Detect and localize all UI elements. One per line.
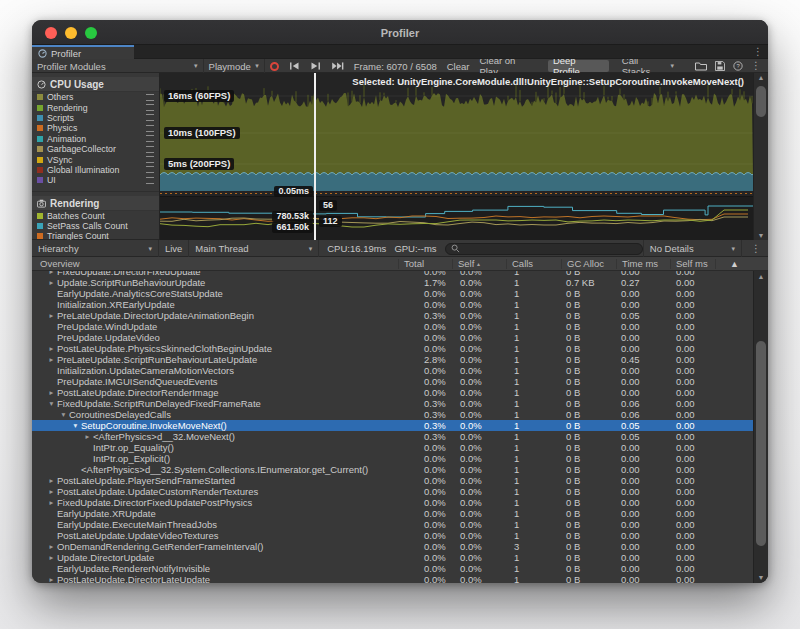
foldout-icon[interactable]: ▸ [46, 498, 57, 507]
help-icon[interactable]: ? [733, 61, 743, 71]
tabstrip-menu-icon[interactable]: ⋮ [753, 46, 763, 57]
table-row[interactable]: ▸FixedUpdate.DirectorFixedUpdatePostPhys… [32, 497, 753, 508]
search-box[interactable] [445, 243, 643, 255]
table-row[interactable]: EarlyUpdate.AnalyticsCoreStatsUpdate0.0%… [32, 288, 753, 299]
next-frame-button[interactable] [305, 59, 326, 73]
table-row[interactable]: PreUpdate.WindUpdate0.0%0.0%10 B0.000.00 [32, 321, 753, 332]
charts-scrollbar[interactable]: ▲ ▼ [753, 73, 768, 240]
table-row[interactable]: ▾CoroutinesDelayedCalls0.3%0.0%10 B0.060… [32, 409, 753, 420]
foldout-icon[interactable]: ▸ [46, 344, 57, 353]
foldout-icon[interactable]: ▸ [46, 388, 57, 397]
foldout-icon[interactable]: ▾ [46, 399, 57, 408]
foldout-icon[interactable]: ▸ [46, 476, 57, 485]
foldout-icon[interactable]: ▸ [46, 278, 57, 287]
playmode-dropdown[interactable]: Playmode ▾ [204, 59, 265, 73]
drag-handle-icon[interactable] [146, 94, 154, 101]
marker-column-icon[interactable]: ▲ [715, 259, 753, 269]
charts-scrollbar-thumb[interactable] [756, 86, 766, 117]
legend-item[interactable]: Global Illumination [32, 165, 159, 175]
scroll-down-icon[interactable]: ▼ [754, 232, 768, 239]
save-profile-icon[interactable] [715, 61, 725, 71]
tab-profiler[interactable]: Profiler [32, 45, 134, 59]
prev-frame-button[interactable] [284, 59, 305, 73]
deep-profile-button[interactable]: Deep Profile [548, 60, 609, 72]
legend-item[interactable]: SetPass Calls Count [32, 221, 159, 231]
search-input[interactable] [463, 244, 637, 254]
legend-item[interactable]: GarbageCollector [32, 144, 159, 154]
drag-handle-icon[interactable] [146, 177, 154, 184]
column-gc-alloc[interactable]: GC Alloc [561, 259, 616, 269]
rendering-chart[interactable] [160, 197, 753, 240]
table-row[interactable]: ▸PostLateUpdate.PlayerSendFrameStarted0.… [32, 475, 753, 486]
table-row[interactable]: EarlyUpdate.RendererNotifyInvisible0.0%0… [32, 563, 753, 574]
column-overview[interactable]: Overview [32, 259, 398, 269]
table-row[interactable]: EarlyUpdate.XRUpdate0.0%0.0%10 B0.000.00 [32, 508, 753, 519]
titlebar[interactable]: Profiler [32, 20, 768, 45]
foldout-icon[interactable]: ▾ [70, 421, 81, 430]
table-scrollbar[interactable]: ▲ ▼ [753, 271, 768, 583]
column-total[interactable]: Total [398, 259, 452, 269]
column-calls[interactable]: Calls [506, 259, 561, 269]
table-row[interactable]: ▸OnDemandRendering.GetRenderFrameInterva… [32, 541, 753, 552]
module-header-cpu-usage[interactable]: CPU Usage [32, 77, 159, 92]
legend-item[interactable]: Others [32, 92, 159, 102]
record-button[interactable] [265, 59, 284, 73]
table-row[interactable]: ▸PostLateUpdate.DirectorLateUpdate0.0%0.… [32, 574, 753, 583]
scroll-up-icon[interactable]: ▲ [754, 273, 768, 280]
module-header-rendering[interactable]: Rendering [32, 196, 159, 211]
legend-item[interactable]: Batches Count [32, 211, 159, 221]
table-row[interactable]: ▸Update.DirectorUpdate0.0%0.0%10 B0.000.… [32, 552, 753, 563]
scroll-up-icon[interactable]: ▲ [754, 74, 768, 81]
legend-item[interactable]: Scripts [32, 113, 159, 123]
foldout-icon[interactable]: ▸ [46, 311, 57, 320]
table-row[interactable]: ▾FixedUpdate.ScriptRunDelayedFixedFrameR… [32, 398, 753, 409]
details-dropdown[interactable]: No Details ▾ [643, 240, 742, 257]
table-row[interactable]: ▸<AfterPhysics>d__32.MoveNext()0.3%0.0%1… [32, 431, 753, 442]
drag-handle-icon[interactable] [146, 135, 154, 142]
column-time-ms[interactable]: Time ms [616, 259, 670, 269]
table-row[interactable]: ▸PreLateUpdate.DirectorUpdateAnimationBe… [32, 310, 753, 321]
table-row[interactable]: EarlyUpdate.ExecuteMainThreadJobs0.0%0.0… [32, 519, 753, 530]
foldout-icon[interactable]: ▸ [46, 355, 57, 364]
table-row[interactable]: PreUpdate.UpdateVideo0.0%0.0%10 B0.000.0… [32, 332, 753, 343]
chart-area[interactable]: Selected: UnityEngine.CoreModule.dll!Uni… [160, 73, 753, 240]
hierarchy-menu-icon[interactable]: ⋮ [742, 244, 768, 254]
table-row[interactable]: IntPtr.op_Equality()0.0%0.0%10 B0.000.00 [32, 442, 753, 453]
table-row[interactable]: ▸PostLateUpdate.UpdateCustomRenderTextur… [32, 486, 753, 497]
legend-item[interactable]: Animation [32, 134, 159, 144]
table-row[interactable]: Initialization.XREarlyUpdate0.0%0.0%10 B… [32, 299, 753, 310]
foldout-icon[interactable]: ▸ [46, 575, 57, 583]
profiler-modules-dropdown[interactable]: Profiler Modules ▾ [32, 59, 204, 73]
table-row[interactable]: Initialization.UpdateCameraMotionVectors… [32, 365, 753, 376]
foldout-icon[interactable]: ▸ [46, 553, 57, 562]
drag-handle-icon[interactable] [146, 156, 154, 163]
legend-item[interactable]: VSync [32, 154, 159, 164]
minimize-window-button[interactable] [65, 27, 77, 39]
view-mode-dropdown[interactable]: Hierarchy ▾ [32, 240, 159, 257]
drag-handle-icon[interactable] [146, 166, 154, 173]
thread-dropdown[interactable]: Main Thread ▾ [188, 240, 319, 257]
scroll-down-icon[interactable]: ▼ [754, 574, 768, 581]
current-frame-button[interactable] [326, 59, 349, 73]
table-row[interactable]: IntPtr.op_Explicit()0.0%0.0%10 B0.000.00 [32, 453, 753, 464]
foldout-icon[interactable]: ▾ [58, 410, 69, 419]
legend-item[interactable]: Physics [32, 123, 159, 133]
drag-handle-icon[interactable] [146, 125, 154, 132]
column-self[interactable]: Self ▴ [452, 259, 506, 269]
close-window-button[interactable] [45, 27, 57, 39]
load-profile-icon[interactable] [695, 61, 707, 71]
table-row[interactable]: ▾SetupCoroutine.InvokeMoveNext()0.3%0.0%… [32, 420, 753, 431]
drag-handle-icon[interactable] [146, 104, 154, 111]
frame-selector-line[interactable] [314, 73, 316, 240]
toolbar-menu-icon[interactable]: ⋮ [751, 61, 761, 71]
legend-item[interactable]: Rendering [32, 102, 159, 112]
column-self-ms[interactable]: Self ms [670, 259, 715, 269]
drag-handle-icon[interactable] [146, 114, 154, 121]
table-row[interactable]: ▸PreLateUpdate.ScriptRunBehaviourLateUpd… [32, 354, 753, 365]
table-row[interactable]: PreUpdate.IMGUISendQueuedEvents0.0%0.0%1… [32, 376, 753, 387]
table-row[interactable]: ▸PostLateUpdate.PhysicsSkinnedClothBegin… [32, 343, 753, 354]
table-row[interactable]: ▸PostLateUpdate.DirectorRenderImage0.0%0… [32, 387, 753, 398]
foldout-icon[interactable]: ▸ [46, 271, 57, 276]
legend-item[interactable]: Triangles Count [32, 231, 159, 240]
foldout-icon[interactable]: ▸ [46, 542, 57, 551]
